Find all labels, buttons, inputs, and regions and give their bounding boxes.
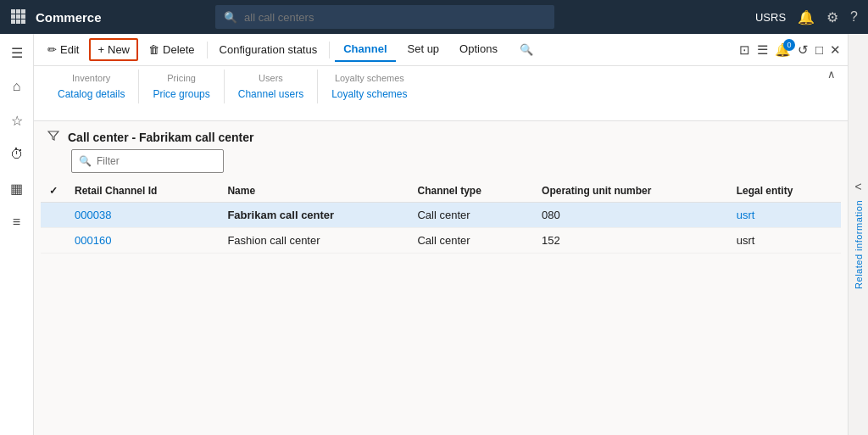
sidebar-modules-icon[interactable]: ≡ [2,207,32,237]
list-title: Call center - Fabrikam call center [68,131,253,144]
subnav-group-inventory: Inventory Catalog details [44,70,139,103]
delete-icon: 🗑 [148,43,159,56]
search-icon: 🔍 [224,11,237,24]
sidebar-favorites-icon[interactable]: ☆ [2,105,32,136]
username-label: USRS [755,11,786,24]
subnav-group-users: Users Channel users [225,70,318,103]
col-channel-type[interactable]: Channel type [409,180,533,203]
legal-entity-cell[interactable]: usrt [728,203,841,228]
table-row[interactable]: 000160Fashion call centerCall center152u… [41,228,841,254]
gear-icon[interactable]: ⚙ [826,9,838,25]
global-search-box[interactable]: 🔍 [215,5,554,29]
loyalty-schemes-link[interactable]: Loyalty schemes [331,88,407,100]
row-check-cell [41,203,66,228]
svg-rect-1 [16,9,20,14]
sidebar-workspaces-icon[interactable]: ▦ [2,173,32,204]
top-nav-right: USRS 🔔 ⚙ ? [755,9,858,25]
chevron-left-icon: < [854,180,861,193]
related-info-panel[interactable]: < Related information [848,34,868,435]
close-icon[interactable]: ✕ [830,42,841,58]
list-header: Call center - Fabrikam call center [34,121,848,149]
collapse-subnav-button[interactable]: ∧ [824,66,839,82]
filter-row: 🔍 [34,149,848,180]
row-check-cell [41,228,66,254]
notif-icon[interactable]: 🔔 0 [775,42,791,58]
help-icon[interactable]: ? [850,9,858,25]
app-grid-icon[interactable] [10,8,25,26]
catalog-details-link[interactable]: Catalog details [58,88,125,100]
col-retail-channel-id[interactable]: Retail Channel Id [66,180,219,203]
sub-navigation: Inventory Catalog details Pricing Price … [34,66,848,121]
users-group-label: Users [259,73,283,83]
sidebar: ☰ ⌂ ☆ ⏱ ▦ ≡ [0,34,34,435]
new-button[interactable]: + New [89,38,138,61]
table-row[interactable]: 000038Fabrikam call centerCall center080… [41,203,841,228]
separator-2 [329,42,330,59]
bell-icon[interactable]: 🔔 [798,9,815,25]
related-info-label: Related information [854,200,864,289]
svg-rect-6 [11,20,15,24]
list-view-icon[interactable]: ☰ [757,42,768,58]
delete-button[interactable]: 🗑 Delete [142,40,202,59]
edit-icon: ✏ [47,43,57,56]
filter-text-input[interactable] [97,155,216,167]
separator-1 [207,42,208,59]
svg-rect-8 [21,20,25,24]
tab-channel[interactable]: Channel [335,37,395,62]
channel-users-link[interactable]: Channel users [238,88,303,100]
delete-label: Delete [163,43,195,56]
svg-rect-3 [11,14,15,19]
sidebar-recent-icon[interactable]: ⏱ [2,139,32,170]
name-cell: Fashion call center [219,228,409,254]
filter-icon[interactable] [47,130,59,144]
operating-unit-cell: 080 [533,203,728,228]
action-bar-right: ⊡ ☰ 🔔 0 ↺ □ ✕ [739,42,841,58]
main-layout: ☰ ⌂ ☆ ⏱ ▦ ≡ ✏ Edit + New 🗑 Delete Config… [0,34,868,435]
legal-entity-cell: usrt [728,228,841,254]
svg-rect-5 [21,14,25,19]
config-label: Configuration status [220,43,318,56]
view-icon[interactable]: ⊡ [739,42,750,58]
col-name[interactable]: Name [219,180,409,203]
global-search-input[interactable] [244,11,414,24]
pricing-group-label: Pricing [167,73,196,83]
inventory-group-label: Inventory [72,73,110,83]
subnav-group-pricing: Pricing Price groups [139,70,224,103]
col-operating-unit[interactable]: Operating unit number [533,180,728,203]
filter-search-icon: 🔍 [79,155,92,167]
name-cell: Fabrikam call center [219,203,409,228]
svg-rect-7 [16,20,20,24]
refresh-icon[interactable]: ↺ [798,42,809,58]
action-bar: ✏ Edit + New 🗑 Delete Configuration stat… [34,34,848,66]
svg-rect-4 [16,14,20,19]
col-check: ✓ [41,180,66,203]
notif-count-badge: 0 [783,39,795,51]
list-area: Call center - Fabrikam call center 🔍 ✓ R… [34,121,848,435]
app-title: Commerce [36,10,102,25]
channel-type-cell: Call center [409,228,533,254]
table-header-row: ✓ Retail Channel Id Name Channel type Op… [41,180,841,203]
loyalty-group-label: Loyalty schemes [335,73,404,83]
config-status-button[interactable]: Configuration status [213,40,325,59]
svg-rect-0 [11,9,15,14]
content-area: ✏ Edit + New 🗑 Delete Configuration stat… [34,34,848,435]
sub-nav-wrapper: Inventory Catalog details Pricing Price … [34,66,848,121]
data-table: ✓ Retail Channel Id Name Channel type Op… [41,180,841,435]
retail-channel-id-cell[interactable]: 000038 [66,203,219,228]
sidebar-home-icon[interactable]: ⌂ [2,71,32,102]
edit-label: Edit [60,43,79,56]
col-legal-entity[interactable]: Legal entity [728,180,841,203]
action-search-icon[interactable]: 🔍 [513,40,540,59]
subnav-group-loyalty: Loyalty schemes Loyalty schemes [318,70,420,103]
top-navigation: Commerce 🔍 USRS 🔔 ⚙ ? [0,0,868,34]
restore-icon[interactable]: □ [815,42,823,57]
retail-channel-id-cell[interactable]: 000160 [66,228,219,254]
edit-button[interactable]: ✏ Edit [41,40,86,59]
tab-setup[interactable]: Set up [399,37,448,62]
tab-options[interactable]: Options [451,37,506,62]
filter-input-box[interactable]: 🔍 [71,149,224,173]
price-groups-link[interactable]: Price groups [153,88,209,100]
sidebar-menu-icon[interactable]: ☰ [2,37,32,68]
svg-rect-2 [21,9,25,14]
operating-unit-cell: 152 [533,228,728,254]
